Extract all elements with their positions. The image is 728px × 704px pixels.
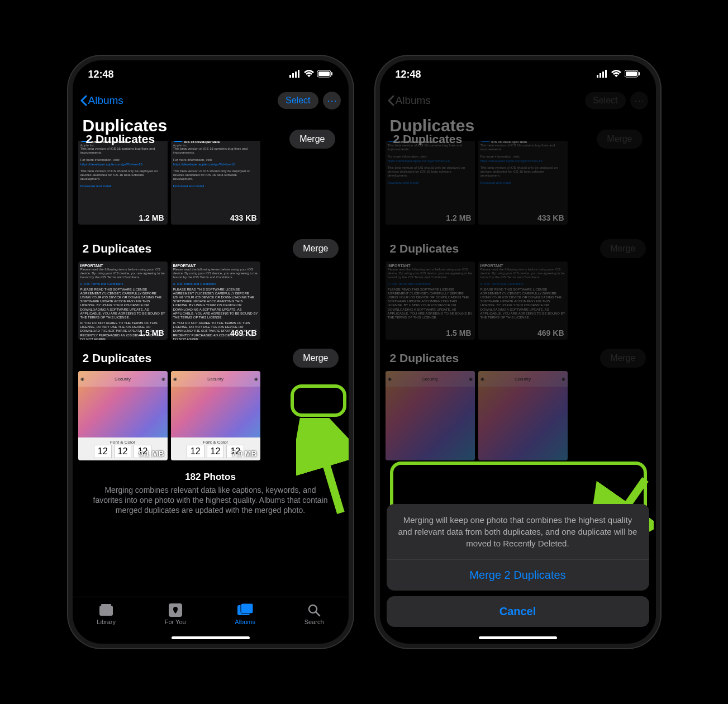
- thumbnail: ◉Security◉: [386, 371, 475, 460]
- group-title: 2 Duplicates: [86, 141, 155, 146]
- thumbnail: IMPORTANT Please read the following term…: [386, 261, 475, 340]
- tab-albums[interactable]: Albums: [235, 603, 255, 625]
- albums-icon: [237, 603, 253, 617]
- duplicate-group: 2 Duplicates Merge ◉Security◉ Font & Col…: [78, 345, 343, 460]
- thumbnail: ◉Security◉: [478, 371, 568, 460]
- svg-rect-18: [602, 72, 604, 78]
- more-button: ⋯: [630, 92, 648, 110]
- merge-duplicates-button[interactable]: Merge 2 Duplicates: [387, 560, 649, 591]
- thumbnail: iOS 16 Developer Beta This beta version …: [386, 141, 475, 225]
- tab-search[interactable]: Search: [304, 603, 324, 625]
- nav-bar: Albums Select ⋯: [73, 88, 349, 113]
- svg-rect-8: [101, 604, 111, 606]
- footer-info: 182 Photos Merging combines relevant dat…: [78, 466, 343, 521]
- phone-left: 12:48 Albums Select ⋯ Duplicates: [68, 56, 353, 648]
- svg-rect-16: [597, 75, 598, 78]
- notch: [169, 60, 253, 78]
- thumbnail: IMPORTANT Please read the following term…: [478, 261, 568, 340]
- cancel-button[interactable]: Cancel: [387, 596, 649, 627]
- more-button[interactable]: ⋯: [323, 92, 341, 110]
- tab-label: Library: [97, 619, 116, 625]
- thumbnail[interactable]: IMPORTANT Please read the following term…: [78, 261, 168, 340]
- svg-rect-1: [292, 73, 294, 78]
- thumbnail[interactable]: ◉Security◉ Font & Color 121212 9.1 MB: [78, 371, 168, 460]
- file-size: 1.5 MB: [139, 329, 164, 337]
- ellipsis-icon: ⋯: [634, 94, 644, 107]
- photo-count: 182 Photos: [89, 472, 332, 483]
- group-title: 2 Duplicates: [83, 242, 152, 255]
- nav-bar: Albums Select ⋯: [380, 88, 656, 113]
- back-button[interactable]: Albums: [80, 94, 123, 107]
- merge-button[interactable]: Merge: [293, 349, 338, 368]
- home-indicator[interactable]: [172, 636, 250, 639]
- svg-line-13: [316, 612, 320, 616]
- phone-right: 12:48 Albums Select ⋯ Duplicates: [375, 56, 660, 648]
- select-button: Select: [585, 92, 625, 109]
- battery-icon: [625, 69, 640, 80]
- file-size: 9.1 MB: [139, 449, 164, 458]
- thumbnail[interactable]: ◉Security◉ Font & Color 121212 7.9 MB: [171, 371, 260, 460]
- content: iOS 16 Developer Beta This beta version …: [380, 141, 656, 466]
- tab-label: Albums: [235, 619, 255, 625]
- thumbnail[interactable]: IMPORTANT Please read the following term…: [171, 261, 260, 340]
- svg-rect-11: [241, 603, 253, 613]
- back-label: Albums: [396, 94, 431, 107]
- merge-button[interactable]: Merge: [293, 239, 338, 258]
- signal-icon: [597, 69, 608, 80]
- thumbnail[interactable]: iOS 16 Developer Beta Apple Inc. This be…: [78, 141, 168, 225]
- signal-icon: [289, 69, 301, 80]
- duplicate-group: 2 Duplicates Merge IMPORTANT Please read…: [78, 236, 343, 340]
- svg-rect-3: [298, 70, 299, 78]
- ellipsis-icon: ⋯: [327, 94, 337, 107]
- footer-description: Merging combines relevant data like capt…: [89, 485, 332, 516]
- wifi-icon: [611, 69, 621, 80]
- svg-rect-5: [318, 72, 330, 76]
- status-time: 12:48: [396, 69, 421, 80]
- svg-rect-7: [99, 606, 113, 616]
- group-title: 2 Duplicates: [83, 351, 152, 365]
- battery-icon: [317, 69, 333, 80]
- notch: [476, 60, 560, 78]
- file-size: 469 KB: [230, 329, 256, 337]
- svg-rect-6: [331, 72, 332, 75]
- content[interactable]: iOS 16 Developer Beta Apple Inc. This be…: [73, 141, 349, 597]
- file-size: 433 KB: [230, 213, 256, 222]
- svg-rect-22: [639, 72, 640, 75]
- duplicate-group: iOS 16 Developer Beta Apple Inc. This be…: [78, 141, 343, 225]
- tab-label: For You: [165, 619, 186, 625]
- status-time: 12:48: [88, 69, 114, 80]
- library-icon: [98, 603, 114, 617]
- tab-foryou[interactable]: For You: [165, 603, 186, 625]
- search-icon: [306, 603, 322, 617]
- back-button: Albums: [388, 94, 431, 107]
- svg-rect-17: [599, 73, 601, 78]
- file-size: 1.2 MB: [139, 213, 164, 222]
- file-size: 7.9 MB: [231, 449, 256, 458]
- merge-button[interactable]: Merge: [289, 141, 335, 149]
- svg-rect-0: [289, 75, 291, 78]
- chevron-left-icon: [80, 95, 87, 106]
- thumbnail[interactable]: iOS 16 Developer Beta Apple Inc. This be…: [171, 141, 260, 225]
- thumbnail: iOS 16 Developer Beta This beta version …: [478, 141, 568, 225]
- sheet-message: Merging will keep one photo that combine…: [387, 504, 649, 560]
- back-label: Albums: [88, 94, 123, 107]
- action-sheet: Merging will keep one photo that combine…: [380, 498, 656, 644]
- chevron-left-icon: [388, 95, 394, 106]
- tab-label: Search: [304, 619, 324, 625]
- wifi-icon: [304, 69, 314, 80]
- svg-rect-2: [295, 72, 297, 78]
- select-button[interactable]: Select: [278, 92, 318, 109]
- svg-rect-21: [626, 72, 637, 76]
- tab-library[interactable]: Library: [97, 603, 116, 625]
- svg-rect-19: [605, 70, 607, 78]
- foryou-icon: [168, 603, 183, 617]
